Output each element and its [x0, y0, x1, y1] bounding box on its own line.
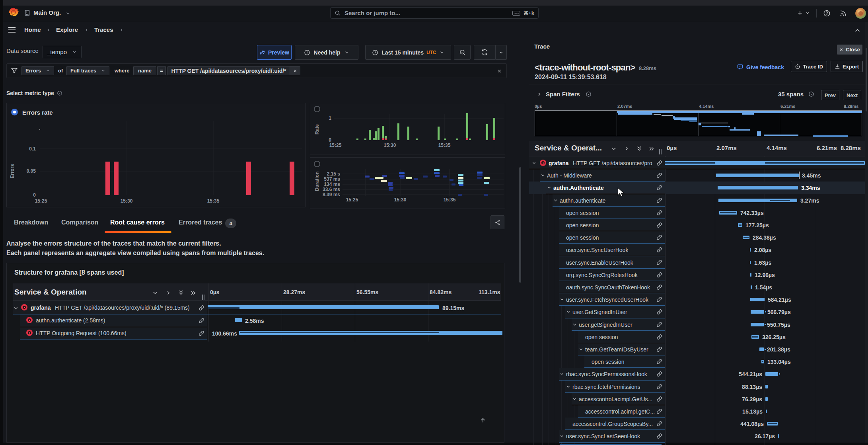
svg-text:Errors: Errors	[10, 164, 15, 178]
svg-text:15:35: 15:35	[438, 142, 451, 148]
svg-text:134 ms: 134 ms	[324, 182, 340, 187]
svg-text:8.39 ms: 8.39 ms	[323, 192, 340, 197]
svg-text:15:35: 15:35	[444, 197, 456, 203]
svg-text:Rate: Rate	[314, 124, 320, 135]
svg-text:33.6 ms: 33.6 ms	[323, 187, 340, 192]
svg-text:0.1: 0.1	[29, 146, 36, 152]
svg-text:1: 1	[329, 115, 331, 121]
svg-text:15:30: 15:30	[394, 197, 407, 203]
svg-text:15:25: 15:25	[346, 197, 358, 203]
svg-text:15:30: 15:30	[121, 198, 133, 204]
svg-text:0: 0	[33, 192, 36, 198]
svg-text:Duration: Duration	[314, 172, 320, 191]
svg-text:15:25: 15:25	[35, 198, 47, 204]
svg-text:15:35: 15:35	[207, 198, 220, 204]
svg-text:0.05: 0.05	[27, 168, 36, 174]
svg-text:15:30: 15:30	[384, 142, 396, 148]
svg-text:0: 0	[329, 137, 331, 143]
svg-text:2.15 s: 2.15 s	[327, 171, 341, 177]
svg-text:15:25: 15:25	[329, 142, 342, 148]
svg-text:537 ms: 537 ms	[324, 176, 340, 182]
